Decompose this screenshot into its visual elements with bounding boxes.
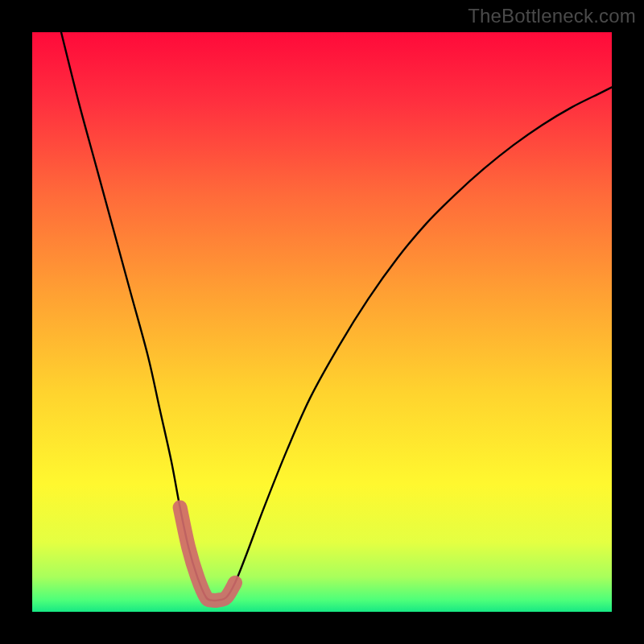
watermark-text: TheBottleneck.com [468,5,636,27]
gradient-background [32,32,612,612]
chart-svg [32,32,612,612]
plot-area [32,32,612,612]
chart-frame: TheBottleneck.com [0,0,644,644]
